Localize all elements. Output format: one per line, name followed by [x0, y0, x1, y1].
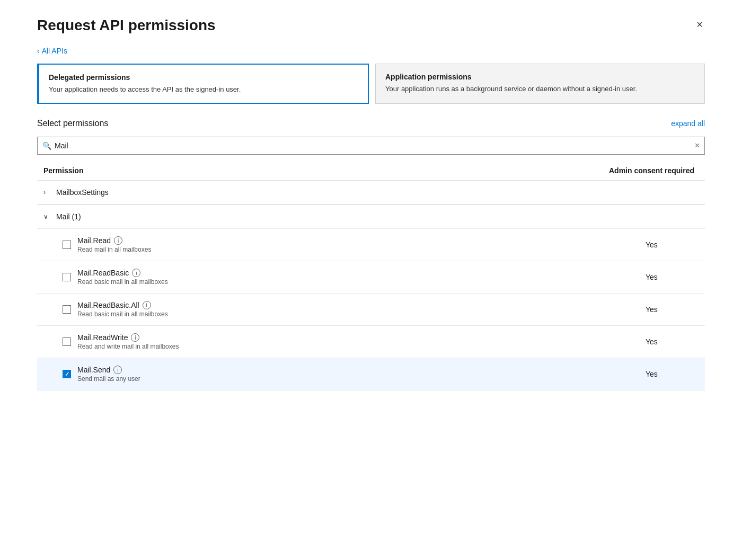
permission-desc-mail-readbasic-all: Read basic mail in all mailboxes — [77, 310, 168, 318]
permission-name-mail-readbasic-all: Mail.ReadBasic.All — [77, 301, 139, 309]
checkbox-mail-readwrite[interactable] — [63, 337, 71, 346]
consent-mail-read: Yes — [646, 241, 667, 249]
permission-row-mail-readbasic: Mail.ReadBasic i Read basic mail in all … — [37, 261, 705, 294]
search-container: 🔍 × — [37, 137, 705, 155]
close-button[interactable]: × — [694, 17, 705, 32]
group-mail: ∨ Mail (1) Mail.Read i Read mail in all … — [37, 205, 705, 390]
permission-row-mail-send: Mail.Send i Send mail as any user Yes — [37, 358, 705, 390]
search-clear-button[interactable]: × — [695, 141, 700, 150]
select-permissions-header: Select permissions expand all — [37, 119, 705, 128]
checkbox-mail-send[interactable] — [63, 370, 71, 378]
group-mailbox-settings: › MailboxSettings — [37, 181, 705, 205]
permission-name-mail-readwrite: Mail.ReadWrite — [77, 333, 128, 342]
page-title: Request API permissions — [37, 17, 216, 34]
delegated-permissions-card[interactable]: Delegated permissions Your application n… — [37, 64, 369, 104]
delegated-card-title: Delegated permissions — [49, 73, 358, 82]
permission-row-mail-readwrite: Mail.ReadWrite i Read and write mail in … — [37, 326, 705, 358]
chevron-left-icon: ‹ — [37, 47, 40, 55]
application-card-desc: Your application runs as a background se… — [385, 84, 695, 94]
checkbox-mail-readbasic[interactable] — [63, 273, 71, 281]
consent-mail-readbasic-all: Yes — [646, 305, 667, 314]
permission-name-mail-send: Mail.Send — [77, 366, 110, 374]
permission-name-mail-read: Mail.Read — [77, 236, 111, 245]
permission-row-mail-readbasic-all: Mail.ReadBasic.All i Read basic mail in … — [37, 294, 705, 326]
info-icon-mail-send[interactable]: i — [113, 366, 122, 374]
permissions-list: › MailboxSettings ∨ Mail (1) Mail.Read i — [37, 181, 705, 390]
permission-desc-mail-readbasic: Read basic mail in all mailboxes — [77, 278, 168, 286]
table-header: Permission Admin consent required — [37, 161, 705, 181]
group-mailbox-settings-label: MailboxSettings — [56, 188, 109, 197]
info-icon-mail-readbasic-all[interactable]: i — [143, 301, 151, 309]
permission-desc-mail-read: Read mail in all mailboxes — [77, 246, 151, 253]
permission-desc-mail-readwrite: Read and write mail in all mailboxes — [77, 343, 179, 350]
back-link[interactable]: ‹ All APIs — [37, 47, 705, 55]
col-permission-header: Permission — [43, 166, 83, 175]
info-icon-mail-readbasic[interactable]: i — [132, 269, 140, 277]
col-consent-header: Admin consent required — [609, 166, 694, 175]
search-icon: 🔍 — [42, 141, 51, 150]
group-mail-label: Mail (1) — [56, 212, 81, 221]
permission-row-mail-read: Mail.Read i Read mail in all mailboxes Y… — [37, 229, 705, 261]
chevron-down-icon: ∨ — [43, 213, 52, 220]
select-permissions-title: Select permissions — [37, 119, 108, 128]
delegated-card-desc: Your application needs to access the API… — [49, 85, 358, 94]
search-input[interactable] — [37, 137, 705, 155]
consent-mail-readwrite: Yes — [646, 337, 667, 346]
group-mailbox-settings-toggle[interactable]: › MailboxSettings — [37, 181, 705, 205]
chevron-right-icon: › — [43, 189, 52, 196]
back-link-label: All APIs — [42, 47, 67, 55]
permission-type-cards: Delegated permissions Your application n… — [37, 64, 705, 104]
checkbox-mail-readbasic-all[interactable] — [63, 305, 71, 314]
permission-desc-mail-send: Send mail as any user — [77, 375, 140, 383]
application-card-title: Application permissions — [385, 73, 695, 81]
group-mail-toggle[interactable]: ∨ Mail (1) — [37, 205, 705, 229]
info-icon-mail-read[interactable]: i — [114, 236, 122, 245]
info-icon-mail-readwrite[interactable]: i — [131, 333, 139, 342]
application-permissions-card[interactable]: Application permissions Your application… — [375, 64, 705, 104]
consent-mail-send: Yes — [646, 370, 667, 378]
permission-name-mail-readbasic: Mail.ReadBasic — [77, 269, 129, 277]
consent-mail-readbasic: Yes — [646, 273, 667, 281]
checkbox-mail-read[interactable] — [63, 241, 71, 249]
expand-all-link[interactable]: expand all — [671, 119, 705, 128]
